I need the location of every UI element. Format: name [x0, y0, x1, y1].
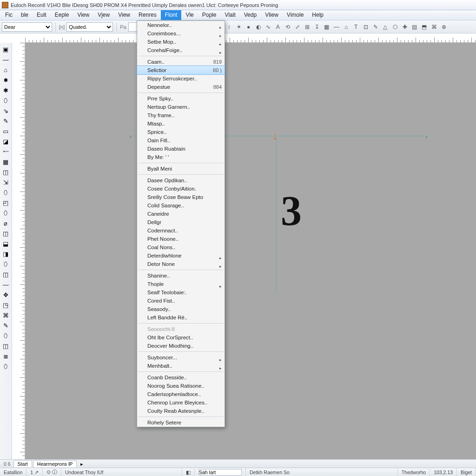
tool-3[interactable]: ✸	[1, 75, 10, 85]
menu-item[interactable]: Detor None	[137, 260, 225, 268]
menu-item[interactable]: Caneidre	[137, 210, 225, 218]
menu-ble[interactable]: ble	[17, 10, 33, 20]
tool-23[interactable]: —	[1, 280, 10, 289]
toolbar-btn-24[interactable]: △	[381, 22, 390, 32]
menu-item[interactable]: Oht lbe CorSprect..	[137, 333, 225, 342]
menu-item[interactable]: Suyboncer...	[137, 353, 225, 362]
tool-6[interactable]: ⇘	[1, 106, 10, 115]
toolbar-btn-23[interactable]: ✎	[371, 22, 380, 32]
toolbar-btn-20[interactable]: ⌂	[342, 22, 351, 32]
menu-item[interactable]: Selictior80 )	[137, 66, 225, 75]
menu-help[interactable]: Help	[308, 10, 328, 20]
tool-2[interactable]: ⌂	[1, 65, 10, 74]
menu-item[interactable]: CorehalFoige..	[137, 46, 225, 54]
menu-vjew[interactable]: Vjew	[93, 10, 114, 20]
tool-31[interactable]: ⬯	[1, 362, 10, 371]
tab-nav-icon[interactable]: ▸	[78, 461, 86, 467]
menu-item[interactable]: Shanine..	[137, 271, 225, 280]
tool-7[interactable]: ✎	[1, 116, 10, 126]
menu-item[interactable]: Deterdiwhlone	[137, 251, 225, 260]
menu-item[interactable]: Dasee Opdikan..	[137, 176, 225, 185]
combo-style[interactable]: Quated.	[66, 22, 113, 32]
tool-28[interactable]: ⬯	[1, 331, 10, 340]
ruler-horizontal[interactable]	[25, 33, 476, 43]
ruler-vertical[interactable]	[12, 43, 25, 459]
toolbar-btn-12[interactable]: ∿	[264, 22, 273, 32]
toolbar-btn-22[interactable]: ⊡	[361, 22, 370, 32]
menu-pople[interactable]: Pople	[198, 10, 221, 20]
menu-item[interactable]: Coreimboes...	[137, 29, 225, 38]
menu-item[interactable]: Sreilly Cose Beaw Epto	[137, 193, 225, 201]
tool-19[interactable]: ⬓	[1, 239, 10, 248]
toolbar-btn-18[interactable]: ▦	[322, 22, 331, 32]
tool-10[interactable]: ⬳	[1, 147, 10, 156]
toolbar-btn-14[interactable]: ⟲	[283, 22, 292, 32]
tool-5[interactable]: ⬯	[1, 96, 10, 105]
menu-item[interactable]: Nertsup Garnern..	[137, 103, 225, 111]
toolbar-btn-21[interactable]: T	[351, 22, 361, 32]
guide-vertical[interactable]	[276, 136, 277, 294]
tool-12[interactable]: ◫	[1, 167, 10, 177]
menu-vlalt[interactable]: Vlalt	[220, 10, 239, 20]
menu-view[interactable]: View	[114, 10, 134, 20]
menu-item[interactable]: Seasody..	[137, 305, 225, 313]
tool-26[interactable]: ⌘	[1, 311, 10, 320]
tool-27[interactable]: ✎	[1, 321, 10, 330]
menu-item[interactable]: Phet Noone..	[137, 235, 225, 243]
menu-item[interactable]: Noorog Suea Ratisone..	[137, 382, 225, 390]
toolbar-btn-13[interactable]: A	[273, 22, 283, 32]
menu-vliew[interactable]: Vliew	[261, 10, 283, 20]
menu-item[interactable]: Menhbalt..	[137, 362, 225, 370]
menu-item[interactable]: Rippy Serruskceper..	[137, 74, 225, 83]
tool-9[interactable]: ◪	[1, 137, 10, 146]
toolbar-btn-28[interactable]: ⬒	[420, 22, 429, 32]
menu-item[interactable]: Spnice..	[137, 128, 225, 136]
menu-item[interactable]: Mtasp..	[137, 119, 225, 128]
tool-21[interactable]: ⬯	[1, 259, 10, 269]
toolbar-btn-19[interactable]: —	[332, 22, 341, 32]
tool-4[interactable]: ✱	[1, 86, 10, 95]
menu-item[interactable]: Cosee Conby/Aition.	[137, 185, 225, 193]
menu-item[interactable]: Oain Fitl..	[137, 136, 225, 145]
menu-item[interactable]: By Me: ' '	[137, 153, 225, 161]
toolbar-btn-9[interactable]: ✶	[234, 22, 244, 32]
status-icons[interactable]: ⊙ ⓘ	[43, 468, 61, 476]
menu-item[interactable]: Thy frame..	[137, 111, 225, 119]
menu-flont[interactable]: Flont	[161, 10, 182, 20]
menu-item[interactable]: Coal Nons..	[137, 243, 225, 251]
menu-item[interactable]: Left Bandde Ré..	[137, 313, 225, 322]
tool-1[interactable]: —	[1, 55, 10, 64]
status-input[interactable]	[198, 469, 242, 476]
toolbar-btn-25[interactable]: ⬡	[390, 22, 400, 32]
canvas-area[interactable]: ↓ ‹ › 3	[25, 43, 476, 459]
menu-view[interactable]: View	[73, 10, 93, 20]
menu-item[interactable]: Deocver Miodhing..	[137, 342, 225, 350]
status-tool-icon[interactable]: ◧	[182, 468, 195, 476]
menu-item[interactable]: Setbe Mop..	[137, 38, 225, 46]
toolbar-btn-16[interactable]: ⊞	[303, 22, 312, 32]
menu-fic[interactable]: Fic	[1, 10, 17, 20]
menu-item[interactable]: Chenrop Lunre Bleyices..	[137, 398, 225, 407]
menu-item[interactable]: Colid Sasrage..	[137, 201, 225, 210]
menu-vedp[interactable]: Vedp	[240, 10, 261, 20]
menu-item[interactable]: Byall Meni	[137, 165, 225, 173]
tool-8[interactable]: ▭	[1, 126, 10, 136]
menu-renres[interactable]: Renres	[134, 10, 161, 20]
toolbar-btn-17[interactable]: ↧	[312, 22, 322, 32]
menu-eeple[interactable]: Eeple	[51, 10, 73, 20]
menu-item[interactable]: Codernnact..	[137, 226, 225, 235]
tool-29[interactable]: ◫	[1, 341, 10, 350]
menu-eult[interactable]: Eult	[33, 10, 51, 20]
menu-vle[interactable]: Vle	[181, 10, 198, 20]
status-page[interactable]: 1 ↗	[26, 468, 43, 476]
menu-item[interactable]: Prre Spky..	[137, 94, 225, 103]
combo-layer[interactable]: Dear	[2, 22, 52, 32]
tool-30[interactable]: ≣	[1, 351, 10, 361]
tab-start[interactable]: Start	[13, 460, 32, 467]
toolbar-btn-26[interactable]: ✚	[400, 22, 410, 32]
toolbar-btn-27[interactable]: ▤	[410, 22, 419, 32]
menu-item[interactable]: Caderisophenladtoce..	[137, 390, 225, 398]
toolbar-btn-10[interactable]: ●	[244, 22, 253, 32]
menu-item[interactable]: Dellgr	[137, 218, 225, 226]
menu-item[interactable]: Thople	[137, 280, 225, 288]
